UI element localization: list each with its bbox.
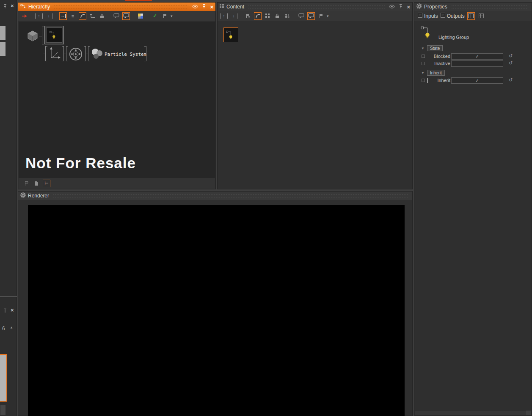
import-down-icon[interactable]: ↓	[230, 13, 237, 19]
properties-titlebar[interactable]: Properties	[414, 3, 532, 11]
render-viewport[interactable]	[28, 205, 405, 416]
particle-system-icon[interactable]	[91, 48, 103, 60]
dark-flag-icon[interactable]	[22, 180, 30, 187]
reset-icon[interactable]: ↺	[509, 54, 513, 58]
pin-icon[interactable]	[3, 308, 7, 314]
selected-collapsed-panel-tab[interactable]	[0, 354, 7, 402]
selected-item-label: Lighting Group	[438, 35, 469, 40]
gear-icon	[20, 192, 26, 199]
renderer-panel: Renderer	[18, 191, 413, 416]
row-value-field[interactable]: ✓	[451, 77, 503, 84]
tbar-icon[interactable]: ⊢	[43, 180, 50, 187]
flag-icon[interactable]	[161, 12, 168, 20]
eye-icon[interactable]	[192, 4, 198, 10]
hierarchy-node-graph[interactable]: Particle System Not For Resale	[19, 22, 215, 178]
group-users-icon[interactable]	[283, 12, 291, 20]
content-titlebar[interactable]: Content ×	[218, 3, 412, 11]
comment-bubble-icon[interactable]	[298, 12, 305, 20]
property-row-blocked: Blocked ✓ ↺	[415, 53, 531, 60]
close-icon[interactable]: ×	[11, 3, 14, 8]
pin-icon[interactable]	[3, 4, 7, 10]
axis-node-icon[interactable]	[48, 47, 61, 61]
small-flag-icon[interactable]	[244, 12, 252, 20]
collapsed-panel-tab[interactable]	[0, 42, 6, 56]
hierarchy-panel: Hierarchy × ↑ ↓ → ≡	[18, 2, 216, 189]
content-browser[interactable]	[218, 22, 412, 189]
comment-bubble-icon[interactable]	[113, 12, 120, 20]
bracket	[144, 46, 146, 61]
hierarchy-bottom-toolbar: ⊢	[19, 178, 215, 189]
split-panels-icon[interactable]	[467, 12, 475, 20]
import-down-icon[interactable]: ↓	[45, 13, 52, 19]
flag-dropdown-icon[interactable]: ▾	[327, 14, 329, 18]
section-state[interactable]: ▼ State	[421, 45, 443, 51]
tab-label: Inputs	[424, 13, 438, 19]
row-value-field[interactable]: ✓	[451, 53, 503, 60]
cube-node-icon[interactable]	[27, 30, 39, 42]
tab-label: Outputs	[447, 13, 465, 19]
iris-node-icon[interactable]	[69, 47, 83, 61]
tab-inputs[interactable]: Inputs	[418, 13, 438, 19]
bracket	[88, 46, 90, 61]
collapsed-panel-tab[interactable]	[0, 26, 6, 40]
close-icon[interactable]: ×	[407, 4, 410, 10]
tree-view-icon[interactable]	[88, 12, 96, 20]
close-icon[interactable]: ×	[11, 307, 14, 313]
eye-icon[interactable]	[389, 4, 395, 10]
not-for-resale-watermark: Not For Resale	[25, 155, 136, 172]
validate-check-icon[interactable]: ✓	[151, 12, 159, 20]
page-icon[interactable]	[33, 180, 40, 187]
section-inherit[interactable]: ▼ Inherit	[421, 70, 445, 76]
section-collapse-icon[interactable]: ▼	[421, 71, 424, 75]
section-label: Inherit	[427, 70, 445, 76]
property-row-inherit: Inherit ✓ ↺	[415, 77, 531, 84]
pin-icon[interactable]	[202, 4, 206, 10]
close-icon[interactable]: ×	[210, 4, 213, 10]
inputs-doc-icon	[418, 13, 422, 19]
resize-grip[interactable]	[526, 411, 531, 415]
tab-outputs[interactable]: Outputs	[441, 13, 465, 19]
color-palette-icon[interactable]	[137, 12, 144, 20]
pin-icon[interactable]	[399, 4, 403, 10]
properties-panel: Properties Inputs Outputs L	[414, 2, 532, 416]
jump-to-selection-icon[interactable]	[21, 12, 28, 20]
row-value-field[interactable]: --	[451, 60, 503, 67]
renderer-titlebar[interactable]: Renderer	[18, 192, 412, 200]
curve-display-icon[interactable]	[79, 12, 86, 20]
follow-selection-icon[interactable]: →	[59, 12, 67, 20]
titlebar-texture	[451, 5, 528, 9]
curve-display-icon[interactable]	[254, 12, 262, 20]
outputs-doc-icon	[441, 13, 445, 19]
grid-layout-icon[interactable]	[477, 12, 485, 20]
export-up-icon[interactable]: ↑	[35, 13, 43, 19]
reset-icon[interactable]: ↺	[509, 61, 513, 66]
lock-icon[interactable]	[98, 12, 106, 20]
reset-icon[interactable]: ↺	[509, 78, 513, 82]
left-dock-rail: × × 6 ▲	[0, 0, 17, 416]
lighting-group-item-icon[interactable]	[421, 25, 435, 40]
flag-dropdown-icon[interactable]: ▾	[171, 14, 173, 18]
comment-bubble-active-icon[interactable]	[122, 12, 130, 20]
section-collapse-icon[interactable]: ▼	[421, 47, 424, 50]
lighting-group-node[interactable]	[44, 26, 64, 44]
grid-view-icon[interactable]	[264, 12, 271, 20]
collapse-up-icon[interactable]: ▲	[10, 326, 13, 329]
content-panel-icon	[220, 4, 224, 10]
titlebar-texture	[54, 5, 188, 9]
particle-system-label[interactable]: Particle System	[105, 52, 146, 57]
split-rows-icon[interactable]: ≡	[69, 12, 77, 20]
hierarchy-panel-icon	[20, 4, 26, 10]
rail-divider	[0, 296, 17, 298]
export-up-icon[interactable]: ↑	[220, 13, 228, 19]
panel-title: Renderer	[28, 193, 49, 199]
node-thumbnail	[46, 27, 62, 43]
content-toolbar: ↑ ↓ ▾	[218, 11, 412, 21]
titlebar-texture	[53, 194, 408, 198]
lock-icon[interactable]	[273, 12, 281, 20]
hierarchy-titlebar[interactable]: Hierarchy ×	[18, 3, 215, 11]
lighting-group-thumbnail[interactable]	[223, 27, 238, 42]
rail-counter: 6	[2, 326, 5, 331]
comment-bubble-active-icon[interactable]	[307, 12, 315, 20]
panel-title: Properties	[424, 4, 447, 10]
flag-icon[interactable]	[317, 12, 325, 20]
